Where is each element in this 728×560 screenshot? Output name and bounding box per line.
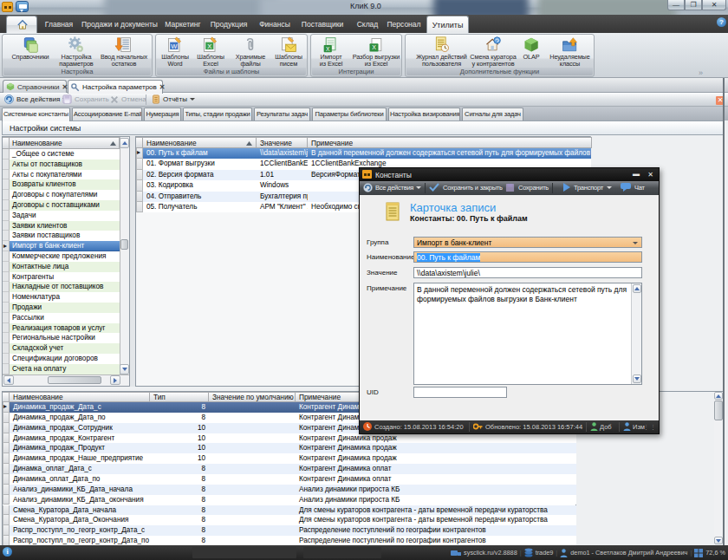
svg-text:X: X (372, 44, 376, 51)
svg-text:X: X (207, 42, 211, 50)
svg-text:X: X (326, 46, 330, 52)
svg-text:W: W (171, 42, 178, 50)
